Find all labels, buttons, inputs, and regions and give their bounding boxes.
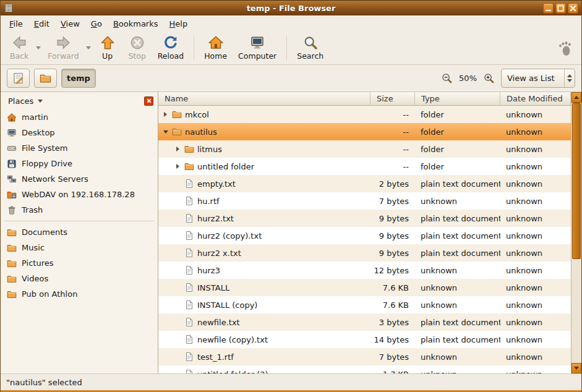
menu-view[interactable]: View — [55, 17, 85, 31]
column-label: Date Modified — [507, 94, 563, 103]
toolbar-computer-button[interactable]: Computer — [233, 33, 282, 63]
scrollbar-track[interactable] — [571, 103, 581, 363]
menu-help[interactable]: Help — [164, 17, 194, 31]
zoom-out-icon — [441, 72, 453, 84]
file-browser-window: temp - File Browser FileEditViewGoBookma… — [0, 0, 582, 392]
forward-icon — [56, 35, 71, 50]
file-name: test_1.rtf — [197, 352, 234, 362]
edit-location-button[interactable] — [7, 69, 30, 88]
sidebar-item-desktop[interactable]: Desktop — [1, 125, 158, 140]
folder-icon — [184, 161, 194, 171]
file-row-hurz2-txt[interactable]: hurz2.txt 9 bytes plain text document un… — [158, 210, 571, 227]
file-name: hurz2.txt — [197, 214, 234, 223]
file-rows: mkcol -- folder unknown nautilus -- fold… — [158, 106, 571, 373]
sidebar-item-file-system[interactable]: File System — [1, 140, 158, 156]
chevron-down-icon — [38, 100, 43, 103]
file-row-install[interactable]: INSTALL 7.6 KB unknown unknown — [158, 279, 571, 296]
file-row-install-copy[interactable]: INSTALL (copy) 7.6 KB unknown unknown — [158, 296, 571, 313]
file-row-newfile-copy-txt[interactable]: newfile (copy).txt 14 bytes plain text d… — [158, 331, 571, 348]
menu-go[interactable]: Go — [85, 17, 108, 31]
file-row-hurz3[interactable]: hurz3 12 bytes unknown unknown — [158, 262, 571, 279]
file-row-untitled-folder[interactable]: untitled folder -- folder unknown — [158, 158, 571, 175]
column-label: Size — [377, 94, 393, 103]
toolbar-reload-button[interactable]: Reload — [152, 33, 190, 63]
maximize-button[interactable] — [555, 3, 566, 14]
titlebar[interactable]: temp - File Browser — [1, 1, 581, 15]
file-row-newfile-txt[interactable]: newfile.txt 3 bytes plain text document … — [158, 313, 571, 331]
toolbar-stop-button[interactable]: Stop — [122, 33, 152, 63]
root-path-button[interactable] — [34, 69, 57, 88]
file-row-litmus[interactable]: litmus -- folder unknown — [158, 140, 571, 158]
toolbar-up-button[interactable]: Up — [93, 33, 122, 63]
places-selector[interactable]: Places — [5, 95, 46, 107]
file-row-nautilus[interactable]: nautilus -- folder unknown — [158, 123, 571, 140]
sidebar-item-floppy-drive[interactable]: Floppy Drive — [1, 156, 158, 171]
sidebar-close-icon[interactable] — [144, 96, 153, 106]
zoom-level: 50% — [459, 74, 477, 83]
file-type: folder — [415, 127, 500, 137]
toolbar-back-button[interactable]: Back — [4, 33, 34, 63]
file-size: 2 bytes — [370, 179, 415, 189]
current-path-label: temp — [67, 74, 90, 83]
column-header-size[interactable]: Size — [370, 92, 415, 106]
file-row-empty-txt[interactable]: empty.txt 2 bytes plain text document un… — [158, 175, 571, 192]
view-mode-select[interactable]: View as List — [501, 69, 575, 88]
toolbar-forward-dropdown[interactable] — [85, 33, 93, 63]
column-header-name[interactable]: Name — [158, 92, 370, 106]
file-row-test-1-rtf[interactable]: test_1.rtf 7 bytes unknown unknown — [158, 348, 571, 365]
toolbar-back-dropdown[interactable] — [34, 33, 42, 63]
file-type: plain text document — [415, 318, 500, 327]
sidebar-item-documents[interactable]: Documents — [1, 224, 158, 240]
minimize-button[interactable] — [543, 3, 554, 14]
close-button[interactable] — [568, 3, 578, 14]
file-row-hu-rtf[interactable]: hu.rtf 7 bytes unknown unknown — [158, 192, 571, 210]
scroll-down-icon[interactable] — [571, 363, 581, 373]
scroll-up-icon[interactable] — [571, 92, 581, 103]
expander-icon — [176, 284, 181, 291]
file-modified: unknown — [500, 318, 571, 327]
toolbar-search-button[interactable]: Search — [291, 33, 329, 63]
expander-icon[interactable] — [163, 129, 169, 135]
toolbar-stop-label: Stop — [128, 51, 145, 61]
folder-icon — [172, 109, 182, 119]
sidebar-item-videos[interactable]: Videos — [1, 271, 158, 286]
toolbar-search-label: Search — [297, 51, 323, 61]
toolbar-home-button[interactable]: Home — [199, 33, 233, 63]
menu-edit[interactable]: Edit — [28, 17, 55, 31]
expander-icon[interactable] — [163, 111, 169, 117]
file-name: INSTALL — [197, 283, 229, 292]
file-type: unknown — [415, 266, 500, 275]
zoom-in-button[interactable] — [483, 72, 495, 84]
sidebar-item-network-servers[interactable]: Network Servers — [1, 171, 158, 187]
up-icon — [100, 35, 115, 50]
scrollbar-thumb[interactable] — [572, 103, 581, 259]
expander-icon[interactable] — [176, 146, 181, 152]
current-path-button[interactable]: temp — [61, 69, 96, 88]
expander-icon[interactable] — [176, 163, 181, 169]
file-modified: unknown — [500, 197, 571, 206]
expander-icon — [176, 232, 181, 239]
file-size: -- — [370, 110, 415, 119]
column-header-date-modified[interactable]: Date Modified — [500, 92, 571, 106]
file-row-hurz2-x-txt[interactable]: hurz2 x.txt 9 bytes plain text document … — [158, 244, 571, 262]
file-row-untitled-folder-2[interactable]: untitled folder (2) 1.7 KB unknown unkno… — [158, 365, 571, 373]
vertical-scrollbar[interactable] — [571, 92, 581, 373]
file-type: unknown — [415, 283, 500, 292]
folder-icon — [7, 228, 17, 237]
sidebar-item-label: Documents — [22, 228, 67, 237]
file-name: hurz2 x.txt — [197, 249, 241, 258]
toolbar-forward-button[interactable]: Forward — [42, 33, 84, 63]
column-header-type[interactable]: Type — [415, 92, 500, 106]
file-row-mkcol[interactable]: mkcol -- folder unknown — [158, 106, 571, 123]
file-row-hurz2-copy-txt[interactable]: hurz2 (copy).txt 9 bytes plain text docu… — [158, 227, 571, 244]
sidebar-item-pictures[interactable]: Pictures — [1, 255, 158, 271]
menu-file[interactable]: File — [4, 17, 28, 31]
sidebar-item-martin[interactable]: martin — [1, 109, 158, 125]
sidebar-item-pub-on-athlon[interactable]: Pub on Athlon — [1, 286, 158, 302]
file-icon — [184, 231, 194, 241]
zoom-out-button[interactable] — [441, 72, 453, 84]
sidebar-item-music[interactable]: Music — [1, 240, 158, 255]
menu-bookmarks[interactable]: Bookmarks — [108, 17, 164, 31]
sidebar-item-trash[interactable]: Trash — [1, 202, 158, 218]
sidebar-item-webdav-on-192-168-178-28[interactable]: WebDAV on 192.168.178.28 — [1, 187, 158, 202]
